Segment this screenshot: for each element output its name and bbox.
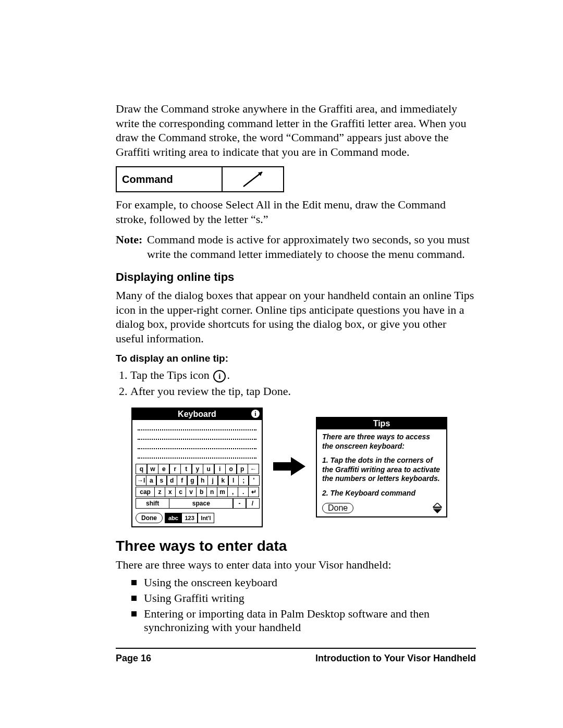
key[interactable]: / <box>246 498 259 509</box>
page-footer: Page 16 Introduction to Your Visor Handh… <box>116 648 476 664</box>
enter-key[interactable]: ↵ <box>248 487 260 497</box>
tips-line-3: 2. The Keyboard command <box>322 489 442 498</box>
note-label: Note: <box>116 232 147 261</box>
key[interactable]: o <box>225 464 237 474</box>
tab-key[interactable]: →l <box>136 475 146 486</box>
step-1-post: . <box>227 368 230 381</box>
step-1: Tap the Tips icon i. <box>130 368 476 382</box>
key[interactable]: n <box>206 487 218 497</box>
footer-page-number: Page 16 <box>116 653 151 664</box>
arrow-right-icon <box>273 456 305 479</box>
key[interactable]: k <box>217 475 228 486</box>
key[interactable]: , <box>227 487 239 497</box>
key[interactable]: e <box>158 464 170 474</box>
command-stroke-icon <box>222 166 284 192</box>
tips-title: Tips <box>373 419 390 428</box>
three-ways-intro: There are three ways to enter data into … <box>116 558 476 572</box>
intro-paragraph: Draw the Command stroke anywhere in the … <box>116 102 476 159</box>
keyboard-dialog: Keyboard i q w e r t y u i o p ← <box>131 408 263 527</box>
key[interactable]: t <box>180 464 192 474</box>
document-page: Draw the Command stroke anywhere in the … <box>0 0 563 728</box>
step-2: After you review the tip, tap Done. <box>130 385 476 398</box>
key[interactable]: h <box>197 475 208 486</box>
note-text: Command mode is active for approximately… <box>147 232 476 261</box>
mode-abc[interactable]: abc <box>165 513 182 523</box>
keyboard-done-button[interactable]: Done <box>136 513 163 523</box>
key[interactable]: x <box>165 487 176 497</box>
footer-chapter-title: Introduction to Your Visor Handheld <box>315 653 476 664</box>
steps-list: Tap the Tips icon i. After you review th… <box>116 368 476 398</box>
svg-marker-2 <box>273 457 305 476</box>
space-key[interactable]: space <box>169 498 234 509</box>
subheading-display-tip: To display an online tip: <box>116 353 476 364</box>
key[interactable]: g <box>187 475 198 486</box>
command-stroke-figure: Command <box>116 166 476 192</box>
mode-intl[interactable]: Int'l <box>197 513 214 523</box>
keyboard-keys[interactable]: q w e r t y u i o p ← →l a s d f <box>132 462 262 511</box>
key[interactable]: u <box>203 464 215 474</box>
key[interactable]: w <box>146 464 158 474</box>
tips-body: There are three ways to access the onscr… <box>317 429 446 503</box>
shift-key[interactable]: shift <box>136 498 169 509</box>
key[interactable]: v <box>186 487 197 497</box>
tips-corner-icon[interactable]: i <box>251 410 260 418</box>
note-block: Note: Command mode is active for approxi… <box>116 232 476 261</box>
key[interactable]: m <box>217 487 228 497</box>
list-item: Entering or importing data in Palm Deskt… <box>131 607 476 634</box>
tips-titlebar: Tips <box>317 418 446 429</box>
tips-dialog: Tips There are three ways to access the … <box>316 417 447 517</box>
mode-123[interactable]: 123 <box>181 513 198 523</box>
svg-marker-5 <box>433 509 442 513</box>
step-2-text: After you review the tip, tap Done. <box>130 385 291 398</box>
example-paragraph: For example, to choose Select All in the… <box>116 198 476 226</box>
section-heading-tips: Displaying online tips <box>116 270 476 284</box>
backspace-key[interactable]: ← <box>248 464 260 474</box>
keyboard-mode-selector[interactable]: abc 123 Int'l <box>165 513 214 523</box>
keyboard-titlebar: Keyboard i <box>132 409 262 420</box>
key[interactable]: f <box>177 475 188 486</box>
key[interactable]: a <box>146 475 157 486</box>
keyboard-textarea[interactable] <box>132 420 262 462</box>
key[interactable]: z <box>154 487 166 497</box>
list-item: Using the onscreen keyboard <box>131 576 476 589</box>
key[interactable]: j <box>207 475 218 486</box>
key[interactable]: b <box>196 487 207 497</box>
svg-marker-3 <box>433 503 442 507</box>
tips-paragraph: Many of the dialog boxes that appear on … <box>116 288 476 346</box>
key[interactable]: . <box>238 487 249 497</box>
tips-figure: Keyboard i q w e r t y u i o p ← <box>131 408 476 527</box>
key[interactable]: d <box>166 475 177 486</box>
key[interactable]: ' <box>248 475 259 486</box>
cap-key[interactable]: cap <box>136 487 155 497</box>
section-heading-three-ways: Three ways to enter data <box>116 538 476 554</box>
key[interactable]: l <box>228 475 239 486</box>
key[interactable]: p <box>236 464 248 474</box>
tips-done-button[interactable]: Done <box>322 503 353 513</box>
key[interactable]: - <box>232 498 246 509</box>
three-ways-list: Using the onscreen keyboard Using Graffi… <box>116 576 476 634</box>
key[interactable]: ; <box>238 475 249 486</box>
tips-icon: i <box>213 370 226 382</box>
key[interactable]: q <box>136 464 148 474</box>
key[interactable]: r <box>169 464 181 474</box>
keyboard-title: Keyboard <box>178 410 216 418</box>
key[interactable]: y <box>191 464 203 474</box>
step-1-pre: Tap the Tips icon <box>130 368 212 381</box>
list-item: Using Graffiti writing <box>131 591 476 605</box>
command-box-label: Command <box>116 166 223 192</box>
scroll-indicator-icon[interactable] <box>433 503 442 513</box>
key[interactable]: i <box>214 464 226 474</box>
key[interactable]: c <box>175 487 187 497</box>
tips-line-1: There are three ways to access the onscr… <box>322 433 442 451</box>
tips-line-2: 1. Tap the dots in the corners of the Gr… <box>322 456 442 484</box>
key[interactable]: s <box>156 475 167 486</box>
